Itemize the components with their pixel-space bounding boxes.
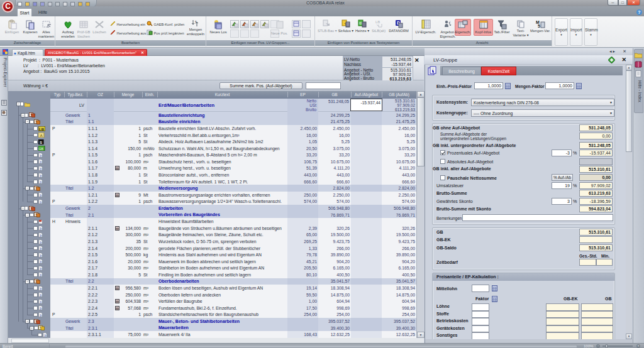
svg-text:b: b — [40, 174, 42, 178]
svg-text:b: b — [40, 193, 42, 197]
svg-text:b: b — [40, 267, 42, 271]
svg-text:5: 5 — [195, 20, 197, 24]
svg-text:b: b — [40, 167, 42, 171]
svg-text:A: A — [40, 134, 43, 138]
svg-text:b: b — [40, 254, 42, 258]
svg-text:b: b — [40, 300, 42, 304]
svg-text:b: b — [40, 154, 42, 158]
svg-text:b: b — [40, 180, 42, 184]
svg-text:GB: GB — [38, 147, 43, 151]
svg-text:b: b — [40, 227, 42, 231]
svg-text:S: S — [40, 140, 42, 144]
svg-text:b: b — [40, 200, 42, 204]
svg-text:b: b — [40, 307, 42, 310]
svg-text:b: b — [40, 260, 42, 264]
svg-text:5: 5 — [538, 24, 540, 28]
svg-text:b: b — [40, 247, 42, 251]
svg-text:b: b — [40, 234, 42, 237]
svg-text:b: b — [40, 313, 42, 317]
svg-text:b: b — [44, 334, 46, 337]
svg-text:b: b — [40, 293, 42, 297]
svg-text:i: i — [450, 20, 450, 24]
svg-text:b: b — [40, 160, 42, 164]
svg-text:b: b — [40, 273, 42, 277]
svg-text:LB: LB — [39, 127, 45, 131]
svg-text:LB: LB — [375, 20, 380, 24]
svg-text:b: b — [40, 241, 42, 244]
svg-text:b: b — [40, 287, 42, 291]
